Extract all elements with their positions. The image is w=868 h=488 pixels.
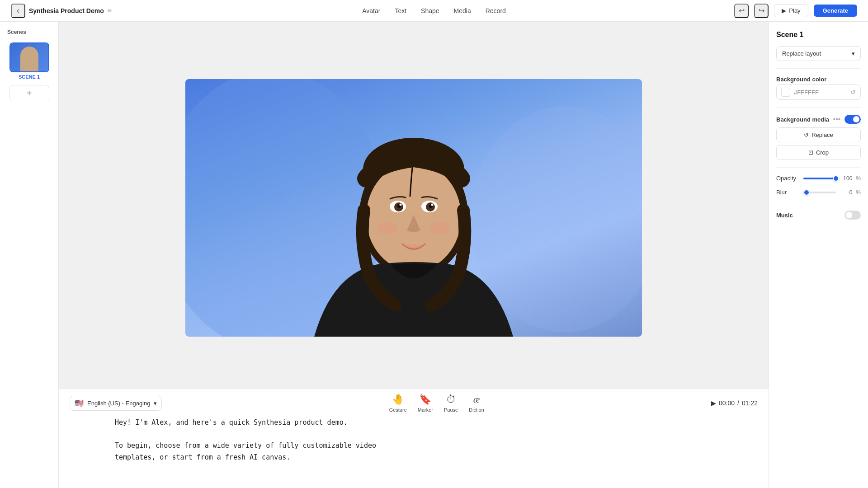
scene-title: Scene 1 <box>776 31 861 39</box>
blur-row: Blur 0 % <box>776 189 861 196</box>
play-button[interactable]: ▶ Play <box>774 4 808 17</box>
add-scene-button[interactable]: + <box>9 85 49 101</box>
language-selector[interactable]: 🇺🇸 English (US) - Engaging ▾ <box>70 396 162 411</box>
replace-button[interactable]: ↺ Replace <box>776 127 861 142</box>
bg-color-label: Background color <box>776 76 861 83</box>
avatar-svg <box>287 84 540 337</box>
opacity-row: Opacity 100 % <box>776 175 861 182</box>
diction-button[interactable]: æ Diction <box>469 394 484 413</box>
tab-media[interactable]: Media <box>454 5 471 16</box>
pause-icon: ⏱ <box>446 394 456 405</box>
bg-media-label: Background media <box>776 116 829 123</box>
tab-shape[interactable]: Shape <box>421 5 439 16</box>
crop-icon: ⊡ <box>808 149 813 156</box>
chevron-layout-icon: ▾ <box>852 50 855 57</box>
background-media-section: Background media ••• ↺ Replace ⊡ Crop <box>776 115 861 160</box>
scenes-label: Scenes <box>0 29 58 35</box>
video-canvas <box>59 22 769 389</box>
gesture-button[interactable]: 🤚 Gesture <box>389 394 407 413</box>
background-media-toggle[interactable] <box>844 115 861 124</box>
layout-selector[interactable]: Replace layout ▾ <box>776 46 861 61</box>
blur-slider[interactable] <box>803 192 836 193</box>
top-nav: ‹ Synthesia Product Demo ✏ Avatar Text S… <box>0 0 868 22</box>
redo-button[interactable]: ↪ <box>754 4 769 18</box>
layout-label: Replace layout <box>782 50 821 57</box>
crop-label: Crop <box>816 149 829 156</box>
crop-button[interactable]: ⊡ Crop <box>776 145 861 160</box>
play-label: Play <box>789 7 800 14</box>
right-panel: Scene 1 Replace layout ▾ Background colo… <box>769 22 868 488</box>
script-toolbar: 🇺🇸 English (US) - Engaging ▾ 🤚 Gesture 🔖… <box>70 389 758 417</box>
color-row[interactable]: #FFFFFF ↺ <box>776 84 861 100</box>
divider-1 <box>776 68 861 69</box>
script-panel: 🇺🇸 English (US) - Engaging ▾ 🤚 Gesture 🔖… <box>59 389 769 488</box>
main-layout: Scenes SCENE 1 + <box>0 22 868 488</box>
marker-label: Marker <box>418 407 433 413</box>
diction-icon: æ <box>473 394 480 405</box>
blur-unit: % <box>856 189 861 196</box>
svg-point-13 <box>431 204 434 206</box>
script-line-3: templates, or start from a fresh AI canv… <box>115 452 712 464</box>
replace-label: Replace <box>811 131 833 138</box>
color-reset-icon[interactable]: ↺ <box>850 89 856 96</box>
play-icon: ▶ <box>782 7 786 14</box>
script-actions: 🤚 Gesture 🔖 Marker ⏱ Pause æ Diction <box>389 394 484 413</box>
nav-tabs: Avatar Text Shape Media Record <box>362 5 506 16</box>
plus-icon: + <box>27 88 32 99</box>
generate-button[interactable]: Generate <box>814 5 857 17</box>
music-row: Music <box>776 211 861 220</box>
canvas-area: 🇺🇸 English (US) - Engaging ▾ 🤚 Gesture 🔖… <box>59 22 769 488</box>
tab-text[interactable]: Text <box>395 5 406 16</box>
diction-label: Diction <box>469 407 484 413</box>
opacity-label: Opacity <box>776 175 800 182</box>
color-preview <box>781 88 790 97</box>
avatar-container <box>287 84 540 337</box>
pause-label: Pause <box>444 407 458 413</box>
chevron-down-icon: ▾ <box>154 400 157 407</box>
script-line-1: Hey! I'm Alex, and here's a quick Synthe… <box>115 417 712 429</box>
svg-point-14 <box>377 222 397 235</box>
opacity-thumb[interactable] <box>833 175 839 182</box>
pause-button[interactable]: ⏱ Pause <box>444 394 458 413</box>
scene-thumb-1[interactable]: SCENE 1 <box>9 42 49 80</box>
scene-name-1: SCENE 1 <box>9 74 49 80</box>
music-toggle[interactable] <box>844 211 861 220</box>
blur-thumb[interactable] <box>803 189 810 196</box>
svg-point-12 <box>400 204 402 206</box>
marker-icon: 🔖 <box>419 394 431 405</box>
language-label: English (US) - Engaging <box>87 400 150 407</box>
tab-record[interactable]: Record <box>486 5 506 16</box>
script-text[interactable]: Hey! I'm Alex, and here's a quick Synthe… <box>70 417 758 463</box>
back-button[interactable]: ‹ <box>11 4 25 18</box>
divider-4 <box>776 203 861 203</box>
scenes-sidebar: Scenes SCENE 1 + <box>0 22 59 488</box>
timer-current: 00:00 <box>719 399 735 407</box>
gesture-label: Gesture <box>389 407 407 413</box>
svg-point-15 <box>430 222 450 235</box>
divider-3 <box>776 167 861 168</box>
tab-avatar[interactable]: Avatar <box>362 5 380 16</box>
timer-separator: / <box>737 399 739 407</box>
video-frame <box>185 79 642 337</box>
background-color-section: Background color #FFFFFF ↺ <box>776 76 861 100</box>
opacity-unit: % <box>856 175 861 182</box>
more-options-button[interactable]: ••• <box>833 115 841 123</box>
script-line-2: To begin, choose from a wide variety of … <box>115 440 712 452</box>
opacity-value: 100 <box>840 175 852 182</box>
marker-button[interactable]: 🔖 Marker <box>418 394 433 413</box>
opacity-slider[interactable] <box>803 178 836 179</box>
undo-button[interactable]: ↩ <box>734 4 749 18</box>
nav-right-actions: ↩ ↪ ▶ Play Generate <box>734 4 857 18</box>
play-icon-timer: ▶ <box>711 399 716 407</box>
music-label: Music <box>776 212 793 219</box>
timer-total: 01:22 <box>742 399 758 407</box>
app-title: Synthesia Product Demo <box>29 7 104 14</box>
blur-label: Blur <box>776 189 800 196</box>
timer-display: ▶ 00:00 / 01:22 <box>711 399 758 407</box>
blur-value: 0 <box>840 189 852 196</box>
opacity-fill <box>803 178 836 179</box>
replace-icon: ↺ <box>804 131 809 138</box>
gesture-icon: 🤚 <box>392 394 404 405</box>
bg-media-row: Background media ••• <box>776 115 861 124</box>
edit-icon[interactable]: ✏ <box>108 7 113 14</box>
